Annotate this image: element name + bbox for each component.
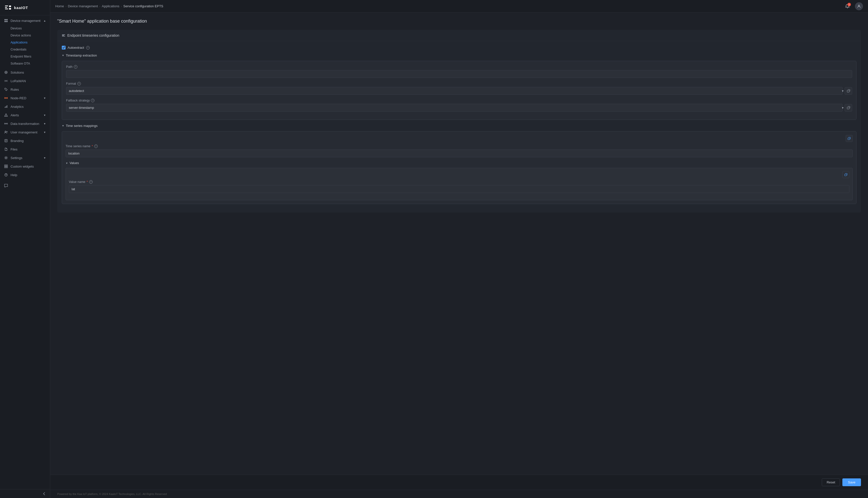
autoextract-row: Autoextract ? — [62, 46, 856, 50]
sidebar-item-endpoint-filters[interactable]: Endpoint filters — [0, 53, 50, 60]
format-help-icon[interactable]: ? — [77, 82, 81, 86]
value-name-input[interactable] — [69, 185, 850, 193]
notification-button[interactable]: 1 — [843, 2, 852, 10]
logo[interactable]: kaaIOT — [0, 0, 50, 15]
rules-icon — [4, 88, 8, 91]
sidebar-collapse-button[interactable] — [0, 489, 50, 498]
svg-rect-1 — [5, 5, 8, 6]
value-card-action-button[interactable] — [842, 171, 850, 178]
svg-rect-9 — [6, 21, 8, 22]
chat-button[interactable] — [0, 181, 50, 190]
breadcrumb-sep-1: › — [66, 5, 67, 8]
sidebar-item-branding[interactable]: Branding — [0, 136, 50, 145]
path-input[interactable] — [66, 70, 852, 78]
svg-rect-36 — [845, 174, 846, 176]
breadcrumb-sep-3: › — [121, 5, 122, 8]
breadcrumb-home[interactable]: Home — [55, 4, 64, 8]
format-select[interactable]: autodetect unix iso8601 custom — [66, 87, 843, 95]
autoextract-help-icon[interactable]: ? — [86, 46, 90, 50]
sidebar-item-files[interactable]: Files — [0, 145, 50, 154]
avatar-button[interactable] — [855, 2, 863, 10]
ts-name-input[interactable] — [66, 149, 853, 157]
format-label: Format ? — [66, 82, 852, 86]
format-copy-button[interactable] — [845, 87, 852, 95]
collapse-icon — [42, 492, 46, 496]
analytics-icon — [4, 105, 8, 108]
section-icon — [62, 34, 65, 37]
svg-rect-3 — [5, 9, 8, 9]
sidebar-item-settings[interactable]: Settings ▼ — [0, 154, 50, 162]
sidebar-item-device-management[interactable]: Device management ▲ — [0, 16, 50, 25]
sidebar-item-applications[interactable]: Applications — [0, 39, 50, 46]
svg-rect-8 — [4, 21, 6, 22]
fallback-field: Fallback strategy ? server-timestamp rej… — [66, 99, 852, 112]
chevron-up-icon: ▲ — [43, 19, 46, 22]
sidebar-item-help[interactable]: Help — [0, 171, 50, 179]
timeseries-section-header[interactable]: ▼ Time series mappings — [62, 124, 856, 128]
autoextract-checkbox[interactable] — [62, 46, 66, 50]
svg-rect-35 — [848, 138, 850, 140]
path-help-icon[interactable]: ? — [74, 65, 77, 69]
timeseries-card: Time series name * ? ▼ Values — [62, 131, 856, 204]
svg-rect-2 — [5, 7, 7, 8]
value-card-header — [69, 171, 850, 178]
ts-collapse-icon: ▼ — [62, 124, 64, 127]
endpoint-config-section: Endpoint timeseries configuration Autoex… — [57, 30, 861, 212]
fallback-copy-button[interactable] — [845, 104, 852, 112]
value-name-label: Value name * ? — [69, 180, 850, 184]
svg-rect-7 — [6, 19, 8, 21]
svg-rect-24 — [6, 165, 8, 166]
transform-icon — [4, 122, 8, 126]
sidebar-item-rules[interactable]: Rules — [0, 85, 50, 94]
endpoint-section-body: Autoextract ? ▼ Timestamp extraction — [57, 41, 861, 212]
breadcrumb-device-management[interactable]: Device management — [68, 4, 98, 8]
files-icon — [4, 147, 8, 151]
breadcrumb-sep-2: › — [99, 5, 101, 8]
values-section-header[interactable]: ▼ Values — [66, 161, 853, 165]
sidebar-item-credentials[interactable]: Credentials — [0, 46, 50, 53]
svg-rect-12 — [4, 97, 5, 99]
timestamp-section-header[interactable]: ▼ Timestamp extraction — [62, 53, 856, 57]
autoextract-label: Autoextract — [68, 46, 84, 50]
ts-name-help-icon[interactable]: ? — [94, 144, 98, 148]
sidebar-item-solutions[interactable]: Solutions — [0, 68, 50, 77]
value-name-help-icon[interactable]: ? — [89, 180, 93, 184]
settings-icon — [4, 156, 8, 160]
timestamp-section-title: Timestamp extraction — [66, 53, 97, 57]
svg-point-19 — [5, 131, 6, 132]
svg-rect-34 — [847, 107, 849, 109]
fallback-label: Fallback strategy ? — [66, 99, 852, 102]
svg-rect-30 — [62, 35, 65, 35]
ts-card-action-button[interactable] — [846, 135, 853, 142]
main-area: Home › Device management › Applications … — [50, 0, 868, 498]
sidebar-item-data-transformation[interactable]: Data transformation ▼ — [0, 119, 50, 128]
reset-button[interactable]: Reset — [822, 479, 840, 486]
endpoint-section-title: Endpoint timeseries configuration — [67, 34, 119, 37]
alerts-chevron-icon: ▼ — [43, 114, 46, 117]
sidebar-item-node-red[interactable]: Node-RED ▼ — [0, 94, 50, 102]
endpoint-section-header[interactable]: Endpoint timeseries configuration — [57, 30, 861, 41]
breadcrumb-applications[interactable]: Applications — [102, 4, 119, 8]
page-title: "Smart Home" application base configurat… — [57, 18, 861, 24]
sidebar-item-custom-widgets[interactable]: Custom widgets — [0, 162, 50, 171]
svg-rect-33 — [847, 90, 849, 92]
sidebar-item-device-actions[interactable]: Device actions — [0, 32, 50, 39]
save-button[interactable]: Save — [842, 479, 861, 486]
fallback-select-wrapper: server-timestamp reject zero ▼ — [66, 104, 852, 112]
fallback-select[interactable]: server-timestamp reject zero — [66, 104, 843, 112]
sidebar-item-user-management[interactable]: User management ▼ — [0, 128, 50, 136]
sidebar-item-lorawan[interactable]: LoRaWAN — [0, 77, 50, 85]
values-collapse-icon: ▼ — [66, 162, 68, 165]
format-select-wrapper: autodetect unix iso8601 custom ▼ — [66, 87, 852, 95]
fallback-help-icon[interactable]: ? — [91, 99, 94, 102]
value-name-field: Value name * ? — [69, 180, 850, 193]
svg-point-20 — [7, 131, 8, 132]
svg-rect-32 — [62, 36, 65, 37]
sidebar-item-software-ota[interactable]: Software OTA — [0, 60, 50, 67]
footer-action-bar: Reset Save — [50, 475, 868, 490]
sidebar-item-analytics[interactable]: Analytics — [0, 102, 50, 111]
svg-point-22 — [5, 157, 6, 158]
svg-point-18 — [6, 123, 8, 124]
sidebar-item-devices[interactable]: Devices — [0, 25, 50, 32]
sidebar-item-alerts[interactable]: Alerts ▼ — [0, 111, 50, 119]
